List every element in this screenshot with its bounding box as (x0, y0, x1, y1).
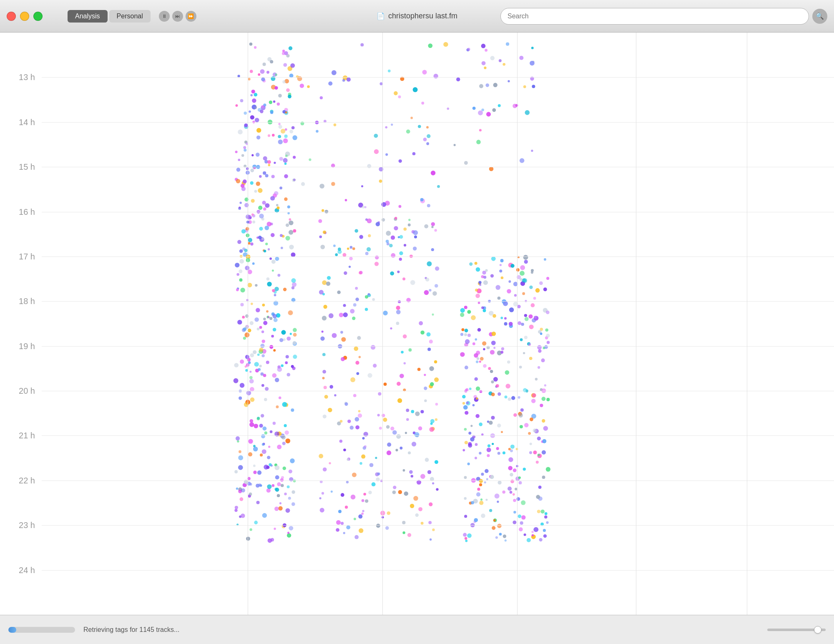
svg-point-983 (521, 501, 525, 505)
svg-point-1070 (413, 87, 418, 92)
svg-point-242 (267, 484, 271, 489)
svg-point-1020 (476, 140, 481, 144)
svg-point-1059 (481, 44, 486, 48)
svg-point-1021 (399, 159, 402, 163)
svg-point-639 (319, 454, 323, 458)
svg-point-295 (268, 446, 270, 448)
svg-point-234 (265, 243, 268, 245)
svg-point-122 (261, 414, 264, 418)
svg-point-644 (413, 230, 418, 235)
svg-point-629 (337, 250, 342, 254)
tab-personal[interactable]: Personal (109, 10, 151, 23)
svg-point-306 (267, 456, 270, 459)
svg-point-520 (355, 297, 359, 301)
svg-point-1050 (319, 184, 324, 189)
slider-thumb[interactable] (814, 626, 821, 634)
svg-point-521 (383, 418, 387, 422)
svg-point-483 (401, 351, 404, 354)
svg-point-557 (435, 460, 438, 464)
svg-point-709 (507, 486, 512, 491)
svg-point-904 (530, 418, 533, 421)
svg-point-750 (544, 516, 547, 518)
svg-point-439 (397, 398, 402, 403)
minimize-button[interactable] (20, 12, 29, 21)
svg-point-982 (497, 480, 501, 484)
svg-point-966 (492, 526, 495, 530)
svg-point-359 (242, 247, 245, 250)
svg-point-571 (436, 488, 438, 491)
svg-point-568 (323, 415, 327, 418)
svg-point-146 (240, 99, 244, 102)
svg-point-701 (462, 449, 465, 452)
h-gridline (42, 301, 834, 302)
close-button[interactable] (7, 12, 16, 21)
doc-icon: 📄 (377, 12, 385, 20)
svg-point-1029 (486, 112, 491, 116)
svg-point-141 (234, 470, 238, 473)
svg-point-807 (479, 479, 483, 483)
svg-point-995 (514, 294, 517, 297)
svg-point-35 (255, 284, 257, 287)
svg-point-806 (468, 432, 471, 435)
svg-point-394 (249, 217, 251, 219)
svg-point-1042 (385, 153, 388, 156)
svg-point-592 (403, 335, 407, 339)
svg-point-405 (273, 314, 277, 319)
svg-point-809 (547, 341, 550, 344)
svg-point-536 (369, 463, 374, 467)
svg-point-575 (420, 198, 424, 201)
search-area: 🔍 (500, 8, 827, 25)
svg-point-620 (425, 458, 429, 462)
svg-point-525 (386, 425, 389, 428)
svg-point-662 (341, 522, 344, 525)
svg-point-83 (279, 397, 281, 399)
svg-point-691 (354, 518, 356, 520)
svg-point-720 (542, 419, 545, 423)
svg-point-341 (248, 439, 253, 443)
svg-point-1001 (490, 475, 494, 479)
maximize-button[interactable] (33, 12, 43, 21)
svg-point-34 (284, 197, 287, 201)
svg-point-429 (427, 470, 431, 474)
svg-point-503 (350, 426, 354, 430)
window-controls (7, 12, 43, 21)
svg-point-347 (254, 46, 256, 49)
svg-point-889 (536, 495, 540, 499)
svg-point-952 (510, 449, 513, 452)
titlebar: Analysis Personal ⏸ ⏭ ⏩ 📄 christophersu … (0, 0, 834, 33)
pause-button[interactable]: ⏸ (159, 11, 170, 22)
slider-track[interactable] (767, 629, 826, 631)
svg-point-331 (291, 365, 294, 368)
svg-point-821 (537, 510, 540, 513)
svg-point-965 (475, 457, 477, 459)
tab-analysis[interactable]: Analysis (68, 10, 108, 23)
search-input[interactable] (500, 8, 809, 25)
svg-point-1023 (423, 138, 427, 141)
svg-point-45 (248, 452, 252, 456)
svg-point-858 (521, 323, 524, 326)
svg-point-1096 (367, 164, 371, 168)
svg-point-60 (263, 374, 266, 377)
svg-point-322 (251, 303, 253, 305)
svg-point-888 (531, 399, 536, 403)
svg-point-392 (260, 453, 263, 456)
svg-point-745 (491, 341, 496, 345)
search-icon[interactable]: 🔍 (812, 9, 827, 24)
svg-point-566 (379, 427, 382, 430)
svg-point-271 (236, 289, 239, 292)
svg-point-37 (253, 447, 258, 451)
svg-point-147 (291, 408, 294, 412)
svg-point-361 (249, 483, 252, 486)
svg-point-85 (285, 430, 289, 435)
svg-point-6 (290, 333, 292, 335)
skip-button[interactable]: ⏩ (186, 11, 196, 22)
next-button[interactable]: ⏭ (172, 11, 183, 22)
svg-point-584 (390, 272, 394, 276)
svg-point-74 (241, 184, 245, 188)
svg-point-980 (520, 271, 525, 276)
svg-point-297 (291, 490, 295, 493)
svg-point-815 (504, 317, 507, 319)
svg-point-964 (533, 527, 538, 532)
svg-point-696 (407, 533, 411, 537)
svg-point-976 (474, 353, 478, 358)
